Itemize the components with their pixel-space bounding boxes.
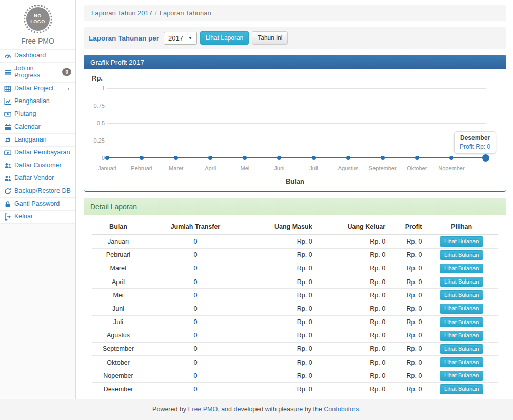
cell-uang-masuk: Rp. 0 (246, 356, 315, 369)
cell-profit: Rp. 0 (388, 383, 425, 396)
col-header-bulan: Bulan (92, 219, 145, 234)
chart-plot: 10.750.50.250 Desember Profit Rp: 0 (92, 83, 498, 163)
cell-pilihan: Lihat Bulanan (425, 342, 498, 355)
lihat-bulanan-button-maret[interactable]: Lihat Bulanan (440, 264, 483, 273)
sidebar-item-langganan[interactable]: Langganan (0, 133, 75, 146)
app-logo: NO LOGO (24, 5, 52, 33)
cell-pilihan: Lihat Bulanan (425, 262, 498, 275)
cell-bulan: Mei (92, 289, 145, 302)
cell-bulan: April (92, 275, 145, 288)
count-badge: 0 (62, 68, 71, 76)
free-pmo-link[interactable]: Free PMO (188, 406, 218, 413)
breadcrumb-link[interactable]: Laporan Tahun 2017 (91, 9, 152, 17)
sidebar-item-daftar-project[interactable]: Daftar Project‹ (0, 82, 75, 95)
sidebar-item-label: Daftar Pembayaran (14, 149, 70, 156)
year-select[interactable]: 2017 ▼ (164, 32, 197, 45)
sidebar: NO LOGO Free PMO DashboardJob on Progres… (0, 0, 76, 399)
x-tick-label-maret: Maret (169, 166, 183, 171)
cell-uang-masuk: Rp. 0 (246, 342, 315, 355)
data-point-september[interactable] (381, 156, 385, 160)
logo-area: NO LOGO Free PMO (0, 0, 75, 49)
cell-uang-keluar: Rp. 0 (315, 342, 389, 355)
sidebar-item-calendar[interactable]: Calendar (0, 121, 75, 133)
data-point-juni[interactable] (277, 156, 281, 160)
lihat-bulanan-button-nopember[interactable]: Lihat Bulanan (440, 371, 483, 381)
lihat-bulanan-button-oktober[interactable]: Lihat Bulanan (440, 357, 483, 367)
sidebar-item-backup-restore-db[interactable]: Backup/Restore DB (0, 185, 75, 197)
cell-profit: Rp. 0 (388, 234, 425, 248)
sidebar-item-daftar-pembayaran[interactable]: Daftar Pembayaran (0, 146, 75, 159)
line-chart-icon (4, 98, 11, 105)
data-point-nopember[interactable] (449, 156, 453, 160)
cell-uang-masuk: Rp. 0 (246, 234, 315, 248)
cell-uang-masuk: Rp. 0 (246, 315, 315, 329)
cell-bulan: Desember (92, 383, 145, 396)
money-icon (4, 149, 11, 156)
data-point-oktober[interactable] (415, 156, 419, 160)
sidebar-item-keluar[interactable]: Keluar (0, 210, 75, 224)
cell-jumlah-transfer: 0 (145, 342, 246, 355)
data-point-januari[interactable] (105, 156, 109, 160)
cell-pilihan: Lihat Bulanan (425, 248, 498, 262)
lihat-bulanan-button-pebruari[interactable]: Lihat Bulanan (440, 250, 483, 260)
cell-uang-masuk: Rp. 0 (246, 383, 315, 396)
table-row-nopember: Nopember0Rp. 0Rp. 0Rp. 0Lihat Bulanan (92, 369, 498, 383)
tahun-ini-button[interactable]: Tahun ini (252, 31, 288, 45)
sidebar-item-penghasilan[interactable]: Penghasilan (0, 95, 75, 108)
lihat-bulanan-button-april[interactable]: Lihat Bulanan (440, 277, 483, 287)
chart-tooltip: Desember Profit Rp: 0 (454, 131, 496, 154)
cell-uang-keluar: Rp. 0 (315, 356, 389, 369)
cell-uang-masuk: Rp. 0 (246, 302, 315, 315)
sidebar-item-daftar-customer[interactable]: Daftar Customer (0, 159, 75, 172)
data-point-juli[interactable] (312, 156, 316, 160)
x-tick-label-juli: Juli (309, 166, 318, 171)
cell-jumlah-transfer: 0 (145, 329, 246, 342)
table-row-mei: Mei0Rp. 0Rp. 0Rp. 0Lihat Bulanan (92, 289, 498, 302)
data-point-april[interactable] (208, 156, 212, 160)
lihat-bulanan-button-september[interactable]: Lihat Bulanan (440, 344, 483, 354)
data-point-agustus[interactable] (346, 156, 350, 160)
y-tick-label: 0 (92, 155, 105, 161)
tasks-icon (4, 69, 11, 76)
cell-pilihan: Lihat Bulanan (425, 329, 498, 342)
table-row-desember: Desember0Rp. 0Rp. 0Rp. 0Lihat Bulanan (92, 383, 498, 396)
sidebar-item-daftar-vendor[interactable]: Daftar Vendor (0, 172, 75, 185)
detail-panel: Detail Laporan Bulan Jumlah Transfer Uan… (84, 198, 506, 417)
sidebar-item-label: Calendar (14, 124, 41, 131)
contributors-link[interactable]: Contributors. (324, 406, 361, 413)
caret-down-icon: ▼ (188, 36, 192, 41)
lock-icon (4, 201, 11, 208)
data-point-maret[interactable] (174, 156, 178, 160)
table-icon (4, 85, 11, 92)
cell-uang-keluar: Rp. 0 (315, 289, 389, 302)
cell-jumlah-transfer: 0 (145, 302, 246, 315)
lihat-bulanan-button-juni[interactable]: Lihat Bulanan (440, 304, 483, 313)
cell-uang-masuk: Rp. 0 (246, 289, 315, 302)
lihat-bulanan-button-mei[interactable]: Lihat Bulanan (440, 290, 483, 300)
data-point-pebruari[interactable] (140, 156, 144, 160)
sidebar-item-ganti-password[interactable]: Ganti Password (0, 197, 75, 210)
lihat-bulanan-button-agustus[interactable]: Lihat Bulanan (440, 331, 483, 341)
breadcrumb-current: Laporan Tahunan (160, 9, 211, 17)
lihat-bulanan-button-januari[interactable]: Lihat Bulanan (440, 236, 483, 246)
x-tick-label-agustus: Agustus (338, 166, 359, 171)
lihat-laporan-button[interactable]: Lihat Laporan (200, 31, 249, 45)
sidebar-item-dashboard[interactable]: Dashboard (0, 49, 75, 62)
cell-pilihan: Lihat Bulanan (425, 356, 498, 369)
chart-panel-body: Rp. 10.750.50.250 Desember Profit Rp: 0 … (84, 69, 506, 191)
sidebar-item-piutang[interactable]: Piutang (0, 108, 75, 121)
table-row-januari: Januari0Rp. 0Rp. 0Rp. 0Lihat Bulanan (92, 234, 498, 248)
data-points-layer (107, 83, 486, 163)
col-header-uang-keluar: Uang Keluar (315, 219, 389, 234)
lihat-bulanan-button-desember[interactable]: Lihat Bulanan (440, 384, 483, 394)
cell-jumlah-transfer: 0 (145, 289, 246, 302)
y-tick-label: 0.25 (92, 138, 105, 144)
x-tick-label-mei: Mei (240, 166, 249, 171)
sidebar-item-label: Ganti Password (14, 201, 60, 208)
sidebar-item-label: Job on Progress (14, 65, 59, 79)
data-point-mei[interactable] (243, 156, 247, 160)
data-point-desember[interactable] (482, 154, 489, 162)
lihat-bulanan-button-juli[interactable]: Lihat Bulanan (440, 317, 483, 327)
cell-jumlah-transfer: 0 (145, 248, 246, 262)
sidebar-item-job-on-progress[interactable]: Job on Progress0 (0, 62, 75, 82)
